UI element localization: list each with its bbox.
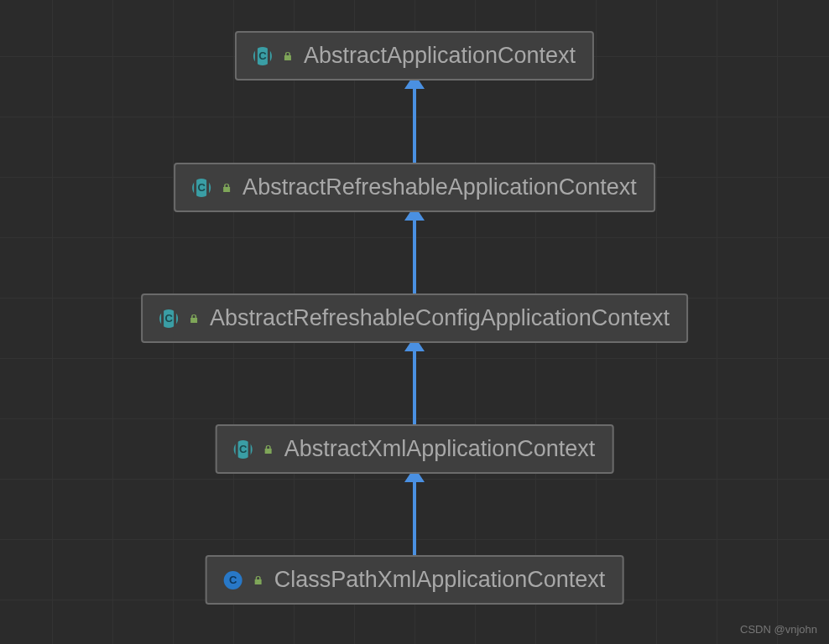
lock-icon xyxy=(282,50,294,62)
lock-icon xyxy=(253,574,264,586)
lock-icon xyxy=(263,444,274,455)
class-node[interactable]: C AbstractRefreshableApplicationContext xyxy=(174,163,655,212)
lock-icon xyxy=(188,313,200,325)
class-hierarchy-diagram: C AbstractApplicationContext C AbstractR… xyxy=(0,0,829,644)
class-label: ClassPathXmlApplicationContext xyxy=(274,567,606,593)
class-label: AbstractRefreshableApplicationContext xyxy=(242,174,637,200)
class-node[interactable]: C AbstractApplicationContext xyxy=(235,31,594,80)
abstract-class-icon: C xyxy=(159,309,178,328)
class-node[interactable]: C ClassPathXmlApplicationContext xyxy=(206,555,624,605)
class-node[interactable]: C AbstractXmlApplicationContext xyxy=(216,424,614,474)
class-icon: C xyxy=(224,571,242,589)
class-label: AbstractApplicationContext xyxy=(304,43,576,69)
lock-icon xyxy=(221,182,232,194)
class-label: AbstractRefreshableConfigApplicationCont… xyxy=(210,305,670,331)
abstract-class-icon: C xyxy=(192,179,211,197)
class-node[interactable]: C AbstractRefreshableConfigApplicationCo… xyxy=(141,293,688,343)
class-label: AbstractXmlApplicationContext xyxy=(284,436,596,462)
abstract-class-icon: C xyxy=(253,47,272,65)
watermark: CSDN @vnjohn xyxy=(740,623,817,636)
abstract-class-icon: C xyxy=(234,440,253,459)
